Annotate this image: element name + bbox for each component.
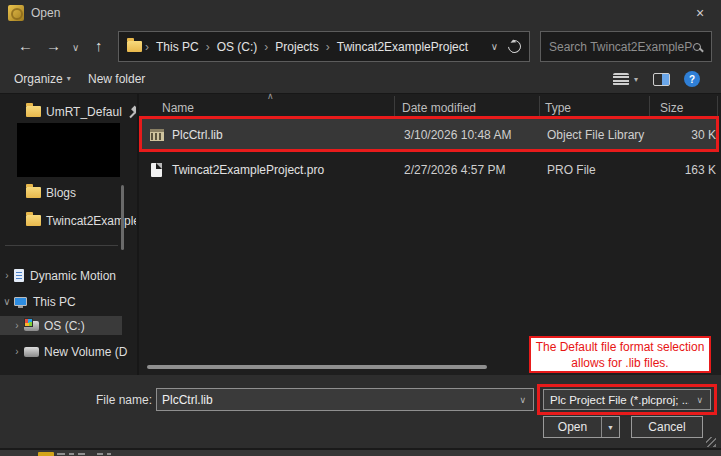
system-drive-icon xyxy=(24,321,39,331)
preview-pane-icon[interactable] xyxy=(653,73,670,86)
column-divider[interactable] xyxy=(539,96,540,116)
help-icon[interactable]: ? xyxy=(684,71,700,87)
cancel-button[interactable]: Cancel xyxy=(631,416,703,438)
sidebar-item-label: OS (C:) xyxy=(44,319,85,333)
chevron-right-icon[interactable]: › xyxy=(10,346,24,357)
search-icon[interactable] xyxy=(693,43,701,51)
sidebar-item-label: New Volume (D xyxy=(44,345,127,359)
redacted-thumbnail xyxy=(17,123,120,177)
document-file-icon xyxy=(151,163,162,177)
views-dropdown-icon[interactable]: ▾ xyxy=(634,75,638,84)
back-button[interactable]: ← xyxy=(18,37,33,54)
up-button[interactable]: ↑ xyxy=(95,37,103,54)
column-divider[interactable] xyxy=(394,96,395,116)
window-title: Open xyxy=(31,6,60,20)
background-window-strip xyxy=(0,448,721,456)
file-name: Twincat2ExampleProject.pro xyxy=(172,163,324,177)
titlebar: Open × xyxy=(0,0,721,26)
background-text-fragment xyxy=(78,453,85,455)
resize-grip[interactable] xyxy=(706,437,716,447)
crumb-separator-icon: › xyxy=(326,40,330,54)
background-text-fragment xyxy=(97,453,103,455)
folder-icon xyxy=(26,215,41,226)
new-folder-button[interactable]: New folder xyxy=(88,72,145,86)
file-type: PRO File xyxy=(547,163,596,177)
open-split-arrow-icon[interactable]: ▼ xyxy=(601,417,619,437)
document-icon xyxy=(14,269,24,282)
close-button[interactable]: × xyxy=(679,0,721,26)
folder-icon xyxy=(127,41,142,52)
chevron-down-icon[interactable]: ∨ xyxy=(0,296,14,307)
breadcrumb-projects[interactable]: Projects xyxy=(275,40,318,54)
content-area: UmRT_Defaul Blogs Twincat2Example › Dyna… xyxy=(0,94,721,375)
file-row-twincat2exampleproject-pro[interactable]: Twincat2ExampleProject.pro 2/27/2026 4:5… xyxy=(141,155,719,185)
sidebar-scrollbar[interactable] xyxy=(121,185,124,250)
computer-icon xyxy=(14,297,27,306)
recent-locations-button[interactable]: ∨ xyxy=(72,42,79,53)
file-size: 163 K xyxy=(611,163,716,177)
sidebar-item-os-c[interactable]: › OS (C:) xyxy=(0,316,122,335)
file-type-combobox[interactable]: Plc Project File (*.plcproj; ...) ∨ xyxy=(543,389,711,410)
column-divider[interactable] xyxy=(717,96,718,116)
file-size: 30 K xyxy=(611,128,716,142)
annotation-line2: allows for .lib files. xyxy=(531,356,709,372)
chevron-right-icon[interactable]: › xyxy=(10,320,24,331)
sidebar: UmRT_Defaul Blogs Twincat2Example › Dyna… xyxy=(0,94,137,375)
file-type-value: Plc Project File (*.plcproj; ...) xyxy=(544,394,689,406)
screen: Open × ← → ∨ ↑ › This PC › OS (C:) › Pro… xyxy=(0,0,721,456)
column-header-name[interactable]: Name xyxy=(162,101,194,115)
file-date: 2/27/2026 4:57 PM xyxy=(404,163,505,177)
column-header-date-modified[interactable]: Date modified xyxy=(402,101,476,115)
breadcrumb-current-folder[interactable]: Twincat2ExampleProject xyxy=(337,40,468,54)
open-button[interactable]: Open ▼ xyxy=(543,416,620,438)
file-name-label: File name: xyxy=(60,393,152,407)
file-row-plcctrl-lib[interactable]: PlcCtrl.lib 3/10/2026 10:48 AM Object Fi… xyxy=(141,120,719,150)
open-dialog-icon xyxy=(8,5,24,21)
sidebar-item-this-pc[interactable]: ∨ This PC xyxy=(0,292,136,311)
sidebar-item-label: Dynamic Motion xyxy=(30,269,116,283)
sidebar-item-label: This PC xyxy=(33,295,76,309)
sidebar-divider xyxy=(5,245,118,246)
refresh-icon[interactable] xyxy=(505,37,523,55)
address-dropdown-icon[interactable]: ∨ xyxy=(491,41,498,52)
crumb-separator-icon: › xyxy=(206,40,210,54)
open-dialog: Open × ← → ∨ ↑ › This PC › OS (C:) › Pro… xyxy=(0,0,721,448)
file-date: 3/10/2026 10:48 AM xyxy=(404,128,511,142)
sidebar-item-blogs[interactable]: Blogs xyxy=(0,183,136,202)
column-divider[interactable] xyxy=(649,96,650,116)
breadcrumb-this-pc[interactable]: This PC xyxy=(156,40,199,54)
close-icon: × xyxy=(696,5,704,21)
sidebar-item-label: UmRT_Defaul xyxy=(46,105,122,119)
folder-icon xyxy=(26,187,41,198)
sidebar-item-umrt-default[interactable]: UmRT_Defaul xyxy=(0,102,136,121)
organize-label: Organize xyxy=(14,72,63,86)
sidebar-item-new-volume[interactable]: › New Volume (D xyxy=(0,342,136,361)
forward-button[interactable]: → xyxy=(46,37,61,54)
file-name-combobox[interactable]: ∨ xyxy=(156,388,534,411)
column-header-type[interactable]: Type xyxy=(545,101,571,115)
sidebar-item-twincat2example[interactable]: Twincat2Example xyxy=(0,211,136,230)
crumb-separator-icon: › xyxy=(145,40,149,54)
breadcrumb[interactable]: › This PC › OS (C:) › Projects › Twincat… xyxy=(118,31,530,62)
file-name-input[interactable] xyxy=(157,393,512,407)
column-header-size[interactable]: Size xyxy=(660,101,683,115)
organize-button[interactable]: Organize▾ xyxy=(14,72,71,86)
library-file-icon xyxy=(150,129,164,141)
pin-icon xyxy=(128,106,136,118)
background-highlight xyxy=(38,452,54,456)
search-input[interactable] xyxy=(549,40,693,54)
background-text-fragment xyxy=(107,453,111,455)
drive-icon xyxy=(24,347,39,357)
crumb-separator-icon: › xyxy=(264,40,268,54)
search-box xyxy=(540,31,712,62)
annotation-line1: The Default file format selection xyxy=(531,340,709,356)
change-view-icon[interactable] xyxy=(613,73,629,86)
folder-icon xyxy=(26,106,41,117)
horizontal-scrollbar[interactable] xyxy=(147,365,487,369)
chevron-down-icon: ▾ xyxy=(67,74,71,83)
sidebar-item-dynamic-motion[interactable]: › Dynamic Motion xyxy=(0,266,136,285)
breadcrumb-os-c[interactable]: OS (C:) xyxy=(217,40,258,54)
chevron-right-icon[interactable]: › xyxy=(0,270,14,281)
file-name: PlcCtrl.lib xyxy=(172,128,223,142)
chevron-down-icon[interactable]: ∨ xyxy=(519,395,526,405)
